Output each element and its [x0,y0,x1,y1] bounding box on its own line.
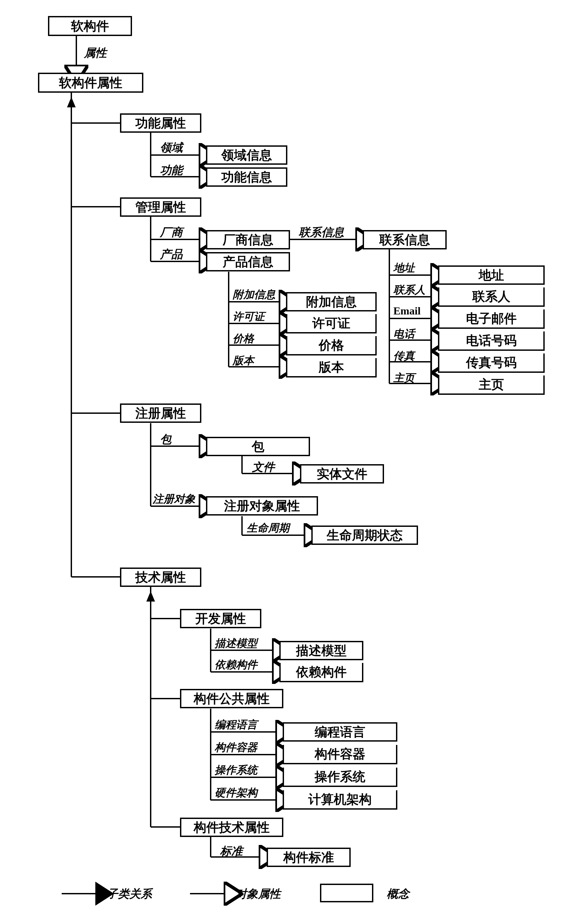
lbl-contact-home: 主页 [393,371,415,386]
node-pub-lang: 编程语言 [283,722,397,742]
lbl-prod-license: 许可证 [233,309,265,324]
lbl-func-domain: 领域 [160,140,183,155]
node-contact-fax: 传真号码 [438,353,545,373]
lbl-reg-pkg: 包 [160,432,171,447]
lbl-reg-obj: 注册对象 [153,492,195,507]
node-root-attr: 软构件属性 [38,73,143,93]
node-reg-life: 生命周期状态 [311,526,418,545]
node-prod-price: 价格 [286,336,377,355]
node-pub-attr: 构件公共属性 [180,689,283,708]
node-mgmt-product: 产品信息 [206,252,290,271]
node-contact-email: 电子邮件 [438,309,545,329]
node-dev-attr: 开发属性 [180,609,261,628]
lbl-pub-os: 操作系统 [215,763,257,778]
node-prod-license: 许可证 [286,314,377,333]
node-contact-phone: 电话号码 [438,332,545,351]
lbl-mgmt-vendor: 厂商 [160,225,183,240]
lbl-pub-lang: 编程语言 [215,718,257,732]
lbl-pub-container: 构件容器 [215,740,257,755]
node-contact-home: 主页 [438,375,545,395]
lbl-reg-life: 生命周期 [247,521,289,536]
lbl-func-func: 功能 [160,163,183,178]
node-reg-pkg: 包 [206,437,310,456]
node-func-func: 功能信息 [206,167,287,187]
lbl-prod-price: 价格 [233,332,254,346]
lbl-mgmt-contact: 联系信息 [299,225,344,240]
lbl-contact-fax: 传真 [393,349,415,363]
node-comp-std: 构件标准 [267,848,351,867]
node-contact-person: 联系人 [438,287,545,307]
diagram-canvas: 软构件 属性 软构件属性 功能属性 领域 领域信息 功能 功能信息 管理属性 厂… [0,0,588,924]
lbl-contact-email: Email [393,305,421,317]
node-mgmt-contact: 联系信息 [363,230,447,249]
legend-concept: 概念 [387,886,409,902]
lbl-contact-phone: 电话 [393,327,415,342]
node-comp-tech-attr: 构件技术属性 [180,818,283,837]
node-root: 软构件 [48,16,132,36]
node-prod-version: 版本 [286,358,377,378]
lbl-reg-file: 文件 [252,459,275,475]
node-func-domain: 领域信息 [206,145,287,165]
node-reg-attr: 注册属性 [120,403,201,423]
node-dev-model: 描述模型 [279,641,363,660]
lbl-mgmt-product: 产品 [160,247,183,262]
node-tech-attr: 技术属性 [120,568,201,587]
node-func-attr: 功能属性 [120,113,201,133]
lbl-contact-person: 联系人 [393,283,425,297]
node-prod-addl: 附加信息 [286,292,377,312]
legend-objprop: 对象属性 [236,886,281,902]
lbl-prod-addl: 附加信息 [233,287,275,302]
node-reg-obj: 注册对象属性 [206,496,318,515]
lbl-comp-std: 标准 [220,844,243,859]
legend-concept-box [320,884,373,903]
lbl-dev-dep: 依赖构件 [215,658,257,672]
svg-marker-36 [147,593,154,601]
lbl-prod-version: 版本 [233,353,254,368]
node-pub-container: 构件容器 [283,745,397,764]
node-contact-addr: 地址 [438,266,545,285]
node-pub-os: 操作系统 [283,767,397,787]
svg-marker-4 [68,99,75,107]
lbl-contact-addr: 地址 [393,261,415,276]
lbl-root-attr: 属性 [84,45,107,61]
node-reg-file: 实体文件 [300,464,384,483]
lbl-dev-model: 描述模型 [215,636,257,651]
lbl-pub-hw: 硬件架构 [215,785,257,800]
node-mgmt-vendor: 厂商信息 [206,230,290,249]
node-pub-hw: 计算机架构 [283,790,397,810]
legend-subclass: 子类关系 [107,886,152,902]
node-mgmt-attr: 管理属性 [120,197,201,217]
node-dev-dep: 依赖构件 [279,663,363,682]
